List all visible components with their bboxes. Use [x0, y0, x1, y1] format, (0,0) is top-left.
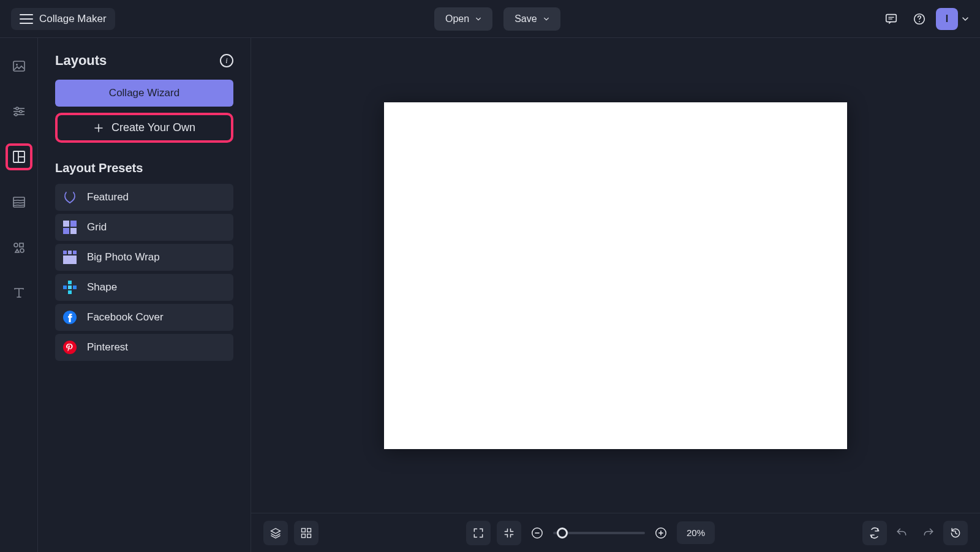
- avatar: I: [936, 8, 958, 30]
- chevron-down-icon: [475, 16, 481, 22]
- help-button[interactable]: [908, 7, 931, 31]
- fit-button[interactable]: [497, 521, 521, 545]
- sync-button[interactable]: [862, 521, 887, 545]
- zoom-in-button[interactable]: [651, 523, 671, 543]
- svg-rect-37: [302, 528, 306, 532]
- preset-label: Shape: [87, 281, 117, 293]
- app-title-group[interactable]: Collage Maker: [11, 8, 115, 30]
- svg-rect-40: [307, 534, 311, 537]
- svg-rect-39: [302, 534, 306, 537]
- open-button[interactable]: Open: [434, 7, 492, 31]
- preset-facebook[interactable]: Facebook Cover: [55, 304, 233, 331]
- texture-icon: [12, 195, 26, 210]
- layers-button[interactable]: [263, 521, 288, 545]
- undo-icon: [895, 527, 908, 539]
- svg-rect-29: [63, 255, 77, 264]
- preset-label: Facebook Cover: [87, 311, 164, 323]
- plus-shape-icon: [62, 280, 77, 295]
- svg-point-12: [15, 113, 17, 116]
- plus-circle-icon: [654, 526, 668, 540]
- zoom-slider[interactable]: [553, 532, 645, 534]
- save-button[interactable]: Save: [503, 7, 560, 31]
- svg-rect-23: [70, 221, 77, 227]
- layouts-panel: Layouts i Collage Wizard Create Your Own…: [38, 38, 251, 552]
- svg-rect-26: [63, 251, 67, 254]
- svg-rect-25: [70, 228, 77, 234]
- fullscreen-button[interactable]: [466, 521, 491, 545]
- svg-rect-31: [63, 285, 67, 289]
- svg-rect-38: [307, 528, 311, 532]
- open-label: Open: [445, 13, 469, 25]
- history-button[interactable]: [943, 521, 968, 545]
- panel-title: Layouts: [55, 53, 107, 69]
- chevron-down-icon: [543, 16, 549, 22]
- account-menu[interactable]: I: [936, 8, 969, 30]
- svg-point-4: [919, 21, 920, 22]
- svg-rect-34: [68, 290, 72, 294]
- pinterest-icon: [62, 340, 77, 355]
- zoom-slider-knob[interactable]: [557, 527, 568, 539]
- save-label: Save: [514, 13, 537, 25]
- contract-icon: [503, 527, 515, 539]
- preset-label: Featured: [87, 191, 129, 203]
- preset-featured[interactable]: Featured: [55, 184, 233, 211]
- preset-grid[interactable]: Grid: [55, 214, 233, 241]
- create-your-own-button[interactable]: Create Your Own: [55, 113, 233, 143]
- plus-icon: [93, 123, 104, 134]
- svg-rect-27: [68, 251, 72, 254]
- feedback-button[interactable]: [880, 7, 903, 31]
- rail-item-layouts[interactable]: [6, 143, 32, 170]
- topbar: Collage Maker Open Save I: [0, 0, 980, 38]
- canvas-area: 20%: [251, 38, 980, 552]
- create-label: Create Your Own: [111, 121, 195, 134]
- expand-icon: [472, 527, 484, 539]
- redo-button[interactable]: [916, 521, 941, 545]
- svg-point-8: [16, 107, 18, 110]
- grid4-icon: [62, 220, 77, 235]
- rail-item-adjust[interactable]: [6, 98, 32, 125]
- canvas[interactable]: [384, 102, 847, 449]
- app-title: Collage Maker: [39, 13, 107, 25]
- rail-item-shapes[interactable]: [6, 234, 32, 261]
- svg-rect-32: [68, 285, 72, 289]
- preset-pinterest[interactable]: Pinterest: [55, 334, 233, 361]
- collage-wizard-button[interactable]: Collage Wizard: [55, 80, 233, 107]
- svg-rect-30: [68, 281, 72, 284]
- svg-point-10: [20, 110, 22, 113]
- preset-label: Pinterest: [87, 341, 128, 354]
- history-icon: [949, 527, 962, 539]
- hamburger-icon[interactable]: [20, 14, 33, 24]
- sync-icon: [869, 527, 881, 539]
- svg-rect-0: [886, 14, 897, 21]
- svg-rect-28: [73, 251, 77, 254]
- grid-icon: [300, 527, 312, 539]
- bigphoto-icon: [62, 250, 77, 265]
- preset-label: Big Photo Wrap: [87, 251, 160, 263]
- rail-item-textures[interactable]: [6, 189, 32, 216]
- preset-bigphoto[interactable]: Big Photo Wrap: [55, 244, 233, 271]
- minus-circle-icon: [530, 526, 544, 540]
- image-icon: [12, 59, 26, 74]
- presets-title: Layout Presets: [55, 161, 233, 175]
- rail-item-photos[interactable]: [6, 53, 32, 80]
- canvas-viewport[interactable]: [251, 38, 980, 513]
- bottombar: 20%: [251, 513, 980, 552]
- svg-rect-24: [63, 228, 69, 234]
- wreath-icon: [62, 190, 77, 205]
- preset-label: Grid: [87, 221, 107, 233]
- info-button[interactable]: i: [220, 54, 233, 67]
- svg-rect-33: [73, 285, 77, 289]
- svg-point-19: [20, 249, 24, 252]
- shapes-icon: [12, 240, 26, 255]
- rail-item-text[interactable]: [6, 279, 32, 306]
- undo-button[interactable]: [889, 521, 914, 545]
- tool-rail: [0, 38, 38, 552]
- grid-button[interactable]: [294, 521, 318, 545]
- zoom-out-button[interactable]: [527, 523, 547, 543]
- preset-shape[interactable]: Shape: [55, 274, 233, 301]
- redo-icon: [922, 527, 935, 539]
- zoom-value[interactable]: 20%: [677, 521, 715, 544]
- svg-rect-22: [63, 221, 69, 227]
- help-icon: [913, 12, 926, 26]
- svg-point-17: [14, 243, 18, 247]
